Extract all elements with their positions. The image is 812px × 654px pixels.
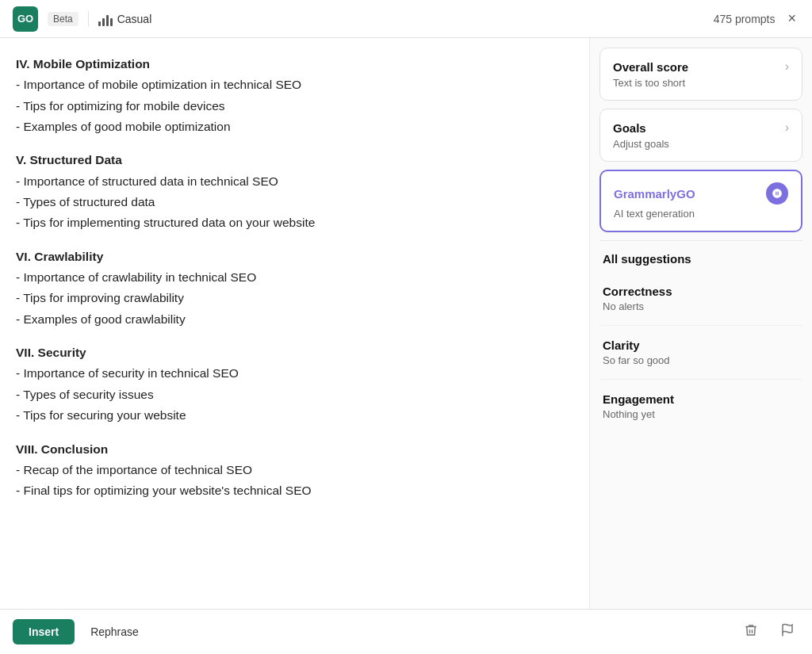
topbar: GO Beta Casual 475 prompts × <box>0 0 812 38</box>
section-v: V. Structured Data - Importance of struc… <box>16 150 565 233</box>
suggestion-engagement: Engagement Nothing yet <box>599 386 802 426</box>
sidebar: Overall score › Text is too short Goals … <box>590 38 812 609</box>
section-vii-bullet-2: - Types of security issues <box>16 388 154 401</box>
overall-score-subtitle: Text is too short <box>613 77 789 89</box>
section-vii: VII. Security - Importance of security i… <box>16 342 565 426</box>
section-v-heading: V. Structured Data <box>16 153 122 166</box>
content-text: IV. Mobile Optimization - Importance of … <box>16 54 565 502</box>
section-vi-heading: VI. Crawlability <box>16 250 103 263</box>
overall-score-chevron-icon: › <box>785 59 789 74</box>
delete-button[interactable] <box>739 620 763 644</box>
grammarly-go-icon <box>766 182 788 205</box>
sidebar-divider <box>599 240 802 241</box>
suggestion-divider-2 <box>599 379 802 380</box>
grammarly-go-header: GrammarlyGO <box>614 182 788 205</box>
close-button[interactable]: × <box>784 7 799 30</box>
section-viii: VIII. Conclusion - Recap of the importan… <box>16 439 565 502</box>
suggestion-divider-1 <box>599 325 802 326</box>
rephrase-button[interactable]: Rephrase <box>87 619 142 644</box>
grammarly-go-subtitle: AI text generation <box>614 208 788 220</box>
prompts-count: 475 prompts <box>714 13 776 25</box>
section-v-bullet-2: - Types of structured data <box>16 195 155 208</box>
section-vii-heading: VII. Security <box>16 346 86 359</box>
content-area: IV. Mobile Optimization - Importance of … <box>0 38 590 609</box>
suggestion-clarity: Clarity So far so good <box>599 332 802 373</box>
overall-score-header: Overall score › <box>613 59 789 74</box>
bottom-toolbar: Insert Rephrase <box>0 609 812 654</box>
tone-bars-icon <box>98 12 113 26</box>
section-viii-bullet-2: - Final tips for optimizing your website… <box>16 484 312 497</box>
section-v-bullet-3: - Tips for implementing structured data … <box>16 216 315 229</box>
section-iv-bullet-1: - Importance of mobile optimization in t… <box>16 78 301 91</box>
suggestion-correctness: Correctness No alerts <box>599 278 802 319</box>
tone-bar-4 <box>110 18 113 26</box>
clarity-title: Clarity <box>603 338 799 352</box>
goals-title: Goals <box>613 121 646 135</box>
logo-go: GO <box>13 6 38 32</box>
overall-score-card[interactable]: Overall score › Text is too short <box>599 48 802 101</box>
main-layout: IV. Mobile Optimization - Importance of … <box>0 38 812 609</box>
clarity-subtitle: So far so good <box>603 354 799 366</box>
section-v-bullet-1: - Importance of structured data in techn… <box>16 174 278 188</box>
section-iv-bullet-2: - Tips for optimizing for mobile devices <box>16 99 225 113</box>
section-vii-bullet-3: - Tips for securing your website <box>16 408 186 422</box>
engagement-subtitle: Nothing yet <box>603 408 799 420</box>
goals-header: Goals › <box>613 120 789 135</box>
goals-chevron-icon: › <box>785 120 789 135</box>
correctness-subtitle: No alerts <box>603 300 799 312</box>
section-viii-bullet-1: - Recap of the importance of technical S… <box>16 463 252 476</box>
section-vi-bullet-2: - Tips for improving crawlability <box>16 291 184 304</box>
insert-button[interactable]: Insert <box>13 619 75 644</box>
section-vi-bullet-1: - Importance of crawlability in technica… <box>16 270 256 284</box>
tone-indicator: Casual <box>98 12 152 26</box>
goals-subtitle: Adjust goals <box>613 138 789 150</box>
beta-badge: Beta <box>48 12 79 26</box>
tone-bar-2 <box>102 18 105 26</box>
section-iv-heading: IV. Mobile Optimization <box>16 57 150 71</box>
tone-bar-3 <box>106 15 109 26</box>
section-iv-bullet-3: - Examples of good mobile optimization <box>16 120 231 133</box>
tone-bar-1 <box>98 21 101 26</box>
all-suggestions-title: All suggestions <box>599 252 802 266</box>
overall-score-title: Overall score <box>613 60 688 74</box>
grammarly-go-title: GrammarlyGO <box>614 187 695 201</box>
section-iv: IV. Mobile Optimization - Importance of … <box>16 54 565 137</box>
flag-button[interactable] <box>776 620 799 644</box>
section-viii-heading: VIII. Conclusion <box>16 442 108 456</box>
correctness-title: Correctness <box>603 285 799 298</box>
section-vi-bullet-3: - Examples of good crawlability <box>16 312 186 326</box>
section-vii-bullet-1: - Importance of security in technical SE… <box>16 366 239 380</box>
section-vi: VI. Crawlability - Importance of crawlab… <box>16 247 565 330</box>
topbar-divider <box>88 11 89 27</box>
goals-card[interactable]: Goals › Adjust goals <box>599 109 802 162</box>
engagement-title: Engagement <box>603 392 799 406</box>
grammarly-go-card[interactable]: GrammarlyGO AI text generation <box>599 170 802 232</box>
tone-label: Casual <box>117 13 152 25</box>
